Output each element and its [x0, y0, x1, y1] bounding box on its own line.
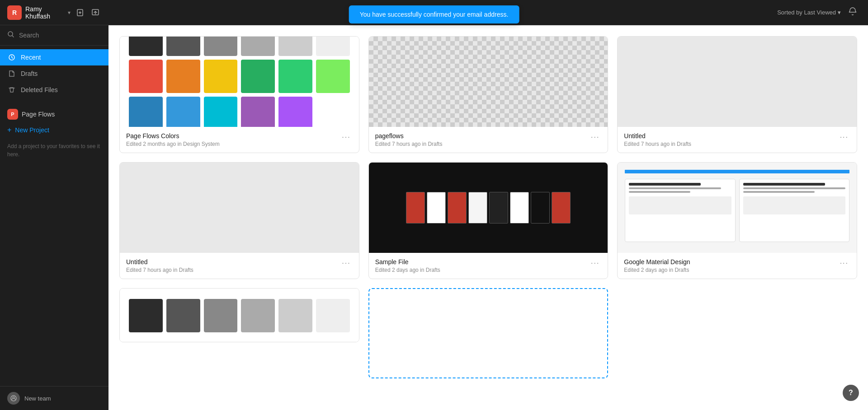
- file-name-pageflows: pageflows: [375, 132, 589, 140]
- drafts-icon: [7, 69, 16, 78]
- favorites-hint: Add a project to your favorites to see i…: [0, 137, 108, 164]
- file-card-bottom-colors[interactable]: [119, 288, 359, 342]
- team-section: P Page Flows: [0, 102, 108, 123]
- file-card-page-flows-colors[interactable]: This file contains your Color Styles. Th…: [119, 36, 359, 153]
- sidebar-nav: Recent Drafts Deleted Files: [0, 46, 108, 102]
- file-thumbnail-material: [618, 163, 857, 253]
- file-card-sample[interactable]: Sample File Edited 2 days ago in Drafts …: [368, 162, 609, 279]
- sidebar-footer: New team: [0, 386, 108, 410]
- new-project-button[interactable]: + New Project: [0, 123, 108, 137]
- recent-icon: [7, 53, 16, 62]
- file-meta-sample: Sample File Edited 2 days ago in Drafts: [375, 258, 589, 273]
- file-edited-pageflows: Edited 7 hours ago in Drafts: [375, 141, 589, 147]
- sidebar-item-drafts[interactable]: Drafts: [0, 65, 108, 82]
- file-edited-colors: Edited 2 months ago in Design System: [126, 141, 340, 147]
- file-more-button-material[interactable]: ···: [838, 258, 850, 268]
- file-meta-untitled-2: Untitled Edited 7 hours ago in Drafts: [126, 258, 340, 273]
- sidebar-item-deleted[interactable]: Deleted Files: [0, 82, 108, 98]
- file-thumbnail-untitled-1: [618, 37, 857, 127]
- file-card-dashed[interactable]: [368, 288, 609, 378]
- file-edited-sample: Edited 2 days ago in Drafts: [375, 267, 589, 273]
- file-name-colors: Page Flows Colors: [126, 132, 340, 140]
- deleted-icon: [7, 85, 16, 94]
- file-thumbnail-colors: This file contains your Color Styles. Th…: [120, 37, 359, 127]
- file-info-untitled-1: Untitled Edited 7 hours ago in Drafts ··…: [618, 127, 857, 153]
- files-grid: This file contains your Color Styles. Th…: [119, 36, 857, 378]
- new-project-label: New Project: [15, 126, 49, 134]
- svg-line-5: [12, 36, 14, 37]
- file-name-material: Google Material Design: [624, 258, 838, 266]
- sidebar-item-recent[interactable]: Recent: [0, 49, 108, 65]
- file-meta-material: Google Material Design Edited 2 days ago…: [624, 258, 838, 273]
- file-edited-material: Edited 2 days ago in Drafts: [624, 267, 838, 273]
- search-icon: [7, 31, 14, 40]
- file-name-untitled-1: Untitled: [624, 132, 838, 140]
- search-bar[interactable]: Search: [0, 25, 108, 46]
- file-more-button-colors[interactable]: ···: [340, 132, 352, 142]
- file-info-pageflows: pageflows Edited 7 hours ago in Drafts ·…: [369, 127, 608, 153]
- file-name-sample: Sample File: [375, 258, 589, 266]
- file-edited-untitled-1: Edited 7 hours ago in Drafts: [624, 141, 838, 147]
- file-more-button-untitled-2[interactable]: ···: [340, 258, 352, 268]
- files-grid-container: This file contains your Color Styles. Th…: [108, 25, 868, 410]
- sidebar-header: R Ramy Khuffash ▾: [0, 0, 108, 25]
- toast-notification: You have successfully confirmed your ema…: [349, 5, 519, 23]
- help-icon: ?: [849, 389, 853, 397]
- chevron-down-icon[interactable]: ▾: [68, 9, 71, 16]
- main-area: Recent Sorted by Last Viewed ▾ You have …: [108, 0, 868, 410]
- file-thumbnail-pageflows: [369, 37, 608, 127]
- file-meta-pageflows: pageflows Edited 7 hours ago in Drafts: [375, 132, 589, 147]
- new-team-label: New team: [24, 395, 51, 402]
- file-card-material[interactable]: Google Material Design Edited 2 days ago…: [617, 162, 857, 279]
- team-avatar: P: [7, 109, 18, 120]
- file-thumbnail-sample: [369, 163, 608, 253]
- file-card-untitled-2[interactable]: Untitled Edited 7 hours ago in Drafts ··…: [119, 162, 359, 279]
- file-thumbnail-untitled-2: [120, 163, 359, 253]
- file-info-material: Google Material Design Edited 2 days ago…: [618, 253, 857, 279]
- team-header: P Page Flows: [7, 109, 101, 120]
- new-file-button[interactable]: [74, 7, 86, 19]
- user-name: Ramy Khuffash: [25, 5, 64, 20]
- new-team-avatar: [7, 392, 20, 405]
- file-more-button-sample[interactable]: ···: [589, 258, 601, 268]
- file-info-untitled-2: Untitled Edited 7 hours ago in Drafts ··…: [120, 253, 359, 279]
- recent-label: Recent: [21, 54, 41, 61]
- file-meta-untitled-1: Untitled Edited 7 hours ago in Drafts: [624, 132, 838, 147]
- drafts-label: Drafts: [21, 70, 38, 77]
- file-name-untitled-2: Untitled: [126, 258, 340, 266]
- file-more-button-untitled-1[interactable]: ···: [838, 132, 850, 142]
- sort-chevron-icon: ▾: [838, 9, 841, 16]
- sort-label: Sorted by Last Viewed: [777, 9, 836, 16]
- file-card-untitled-1[interactable]: Untitled Edited 7 hours ago in Drafts ··…: [617, 36, 857, 153]
- file-info-colors: Page Flows Colors Edited 2 months ago in…: [120, 127, 359, 153]
- file-meta-colors: Page Flows Colors Edited 2 months ago in…: [126, 132, 340, 147]
- file-info-sample: Sample File Edited 2 days ago in Drafts …: [369, 253, 608, 279]
- header-actions: [74, 7, 101, 19]
- import-button[interactable]: [90, 7, 101, 19]
- help-button[interactable]: ?: [843, 385, 859, 401]
- search-label: Search: [19, 32, 39, 39]
- toast-message: You have successfully confirmed your ema…: [360, 11, 509, 18]
- deleted-label: Deleted Files: [21, 86, 58, 93]
- file-more-button-pageflows[interactable]: ···: [589, 132, 601, 142]
- sidebar: R Ramy Khuffash ▾: [0, 0, 108, 410]
- file-thumbnail-bottom-colors: [120, 289, 359, 342]
- user-avatar: R: [7, 5, 22, 20]
- team-name: Page Flows: [22, 111, 55, 118]
- plus-icon: +: [7, 126, 11, 134]
- file-card-pageflows[interactable]: pageflows Edited 7 hours ago in Drafts ·…: [368, 36, 609, 153]
- sort-button[interactable]: Sorted by Last Viewed ▾: [777, 9, 841, 16]
- file-edited-untitled-2: Edited 7 hours ago in Drafts: [126, 267, 340, 273]
- notification-icon[interactable]: [848, 7, 857, 18]
